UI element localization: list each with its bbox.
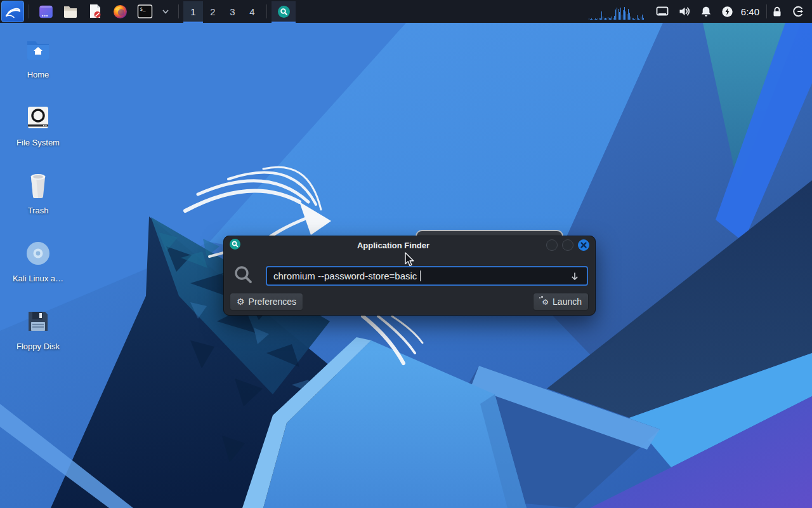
- panel-separator: [766, 4, 767, 18]
- desktop-icon-label: Trash: [28, 206, 49, 215]
- launch-run-icon: ⚙: [540, 297, 549, 306]
- text-caret: [420, 271, 421, 281]
- top-panel: $_ 1 2 3 4: [0, 0, 812, 23]
- panel-separator: [266, 4, 267, 18]
- application-finder-window: Application Finder chromium --password-s…: [223, 236, 596, 316]
- session-tray: [771, 5, 804, 18]
- desktop-icon-kali-cd[interactable]: Kali Linux a…: [11, 237, 65, 305]
- gear-icon: ⚙: [237, 297, 245, 306]
- text-editor-icon[interactable]: [87, 3, 103, 20]
- svg-text:$_: $_: [140, 6, 146, 12]
- desktop-icon-list: Home File System: [11, 33, 65, 373]
- drive-icon: [26, 105, 50, 130]
- desktop-icon-label: Floppy Disk: [16, 342, 60, 351]
- panel-separator: [29, 4, 29, 18]
- status-tray: [656, 6, 733, 18]
- app-finder-icon: [230, 239, 240, 252]
- desktop-icon-label: Kali Linux a…: [13, 274, 63, 283]
- cdrom-icon: [25, 241, 51, 266]
- workspace-button-2[interactable]: 2: [203, 1, 223, 23]
- window-title: Application Finder: [240, 241, 546, 250]
- panel-separator: [178, 4, 179, 18]
- cpu-graph: [589, 3, 647, 20]
- workspace-switcher: 1 2 3 4: [183, 0, 262, 23]
- app-finder-icon: [278, 6, 290, 18]
- close-button[interactable]: [578, 239, 589, 251]
- window-titlebar[interactable]: Application Finder: [224, 236, 595, 254]
- clock[interactable]: 6:40: [741, 6, 759, 17]
- logout-icon[interactable]: [792, 5, 804, 18]
- workspace-button-1[interactable]: 1: [183, 1, 203, 23]
- search-input-value: chromium --password-store=basic: [273, 271, 417, 281]
- volume-icon[interactable]: [678, 6, 691, 17]
- terminal-icon[interactable]: $_: [136, 3, 153, 20]
- app-grid-icon[interactable]: [37, 3, 54, 20]
- search-icon: [233, 265, 254, 288]
- lock-icon[interactable]: [771, 6, 783, 18]
- display-icon[interactable]: [656, 6, 669, 17]
- desktop-icon-file-system[interactable]: File System: [11, 101, 65, 169]
- launcher-group: $_: [37, 3, 174, 20]
- launch-button[interactable]: ⚙ Launch: [533, 293, 589, 311]
- taskbar-app-finder-button[interactable]: [272, 1, 296, 23]
- maximize-button[interactable]: [562, 239, 573, 251]
- preferences-button-label: Preferences: [249, 297, 296, 307]
- workspace-button-4[interactable]: 4: [242, 1, 262, 23]
- power-manager-icon[interactable]: [721, 6, 733, 18]
- notifications-icon[interactable]: [700, 6, 712, 18]
- arrow-down-icon[interactable]: [565, 268, 584, 284]
- floppy-icon: [26, 309, 50, 334]
- desktop-icon-label: File System: [16, 138, 60, 147]
- workspace-button-3[interactable]: 3: [223, 1, 242, 23]
- desktop-icon-label: Home: [27, 70, 49, 79]
- trash-icon: [26, 173, 50, 198]
- desktop: Home File System: [0, 23, 812, 508]
- applications-menu-button[interactable]: [1, 1, 24, 22]
- chevron-down-icon[interactable]: [157, 3, 174, 20]
- close-icon: [580, 242, 587, 248]
- firefox-icon[interactable]: [112, 3, 128, 20]
- desktop-icon-home[interactable]: Home: [11, 33, 65, 101]
- kali-logo-icon: [3, 3, 22, 20]
- desktop-icon-trash[interactable]: Trash: [11, 169, 65, 237]
- file-manager-icon[interactable]: [62, 3, 79, 20]
- launch-button-label: Launch: [553, 297, 582, 307]
- home-folder-icon: [25, 37, 51, 62]
- minimize-button[interactable]: [546, 239, 558, 251]
- preferences-button[interactable]: ⚙ Preferences: [230, 293, 303, 311]
- desktop-icon-floppy[interactable]: Floppy Disk: [11, 305, 65, 373]
- search-input[interactable]: chromium --password-store=basic: [266, 266, 588, 286]
